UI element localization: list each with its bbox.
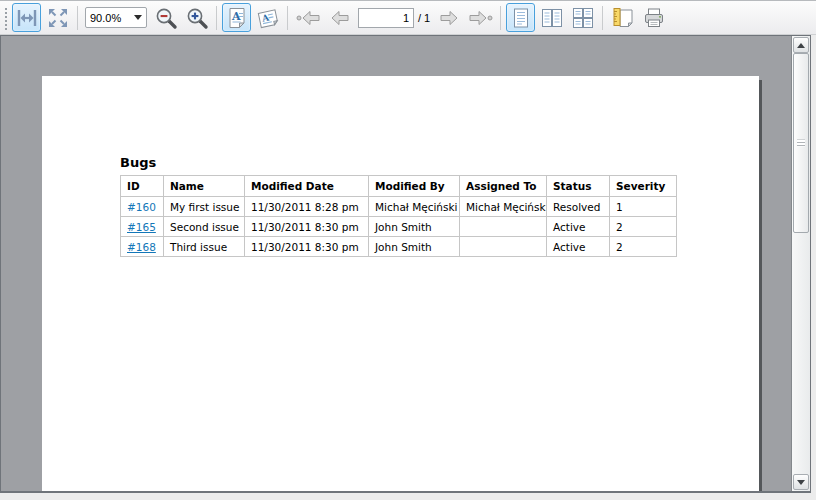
toolbar-separator — [602, 6, 603, 30]
toolbar-separator — [287, 6, 288, 30]
issue-assigned-to: Michał Męciński — [460, 197, 547, 217]
portrait-page-icon: A — [225, 6, 249, 30]
page-number-input[interactable] — [358, 8, 414, 28]
zoom-in-button[interactable] — [182, 3, 211, 32]
column-header-modified-date: Modified Date — [245, 176, 369, 197]
issue-status: Active — [547, 217, 610, 237]
column-header-assigned-to: Assigned To — [460, 176, 547, 197]
zoom-in-icon — [185, 6, 209, 30]
fit-width-icon — [15, 6, 39, 30]
zoom-out-button[interactable] — [151, 3, 180, 32]
toolbar-separator — [216, 6, 217, 30]
four-pages-layout-button[interactable] — [568, 3, 597, 32]
last-page-arrow-icon — [468, 6, 494, 30]
vertical-scrollbar[interactable] — [791, 36, 810, 491]
column-header-status: Status — [547, 176, 610, 197]
zoom-level-combobox[interactable]: 90.0% — [85, 7, 147, 28]
portrait-button[interactable]: A — [222, 3, 251, 32]
column-header-severity: Severity — [610, 176, 677, 197]
page-setup-button[interactable] — [608, 3, 637, 32]
print-button[interactable] — [639, 3, 668, 32]
issue-modified-by: John Smith — [369, 217, 460, 237]
zoom-out-icon — [154, 6, 178, 30]
fit-page-icon — [46, 6, 70, 30]
issue-link[interactable]: #165 — [127, 221, 156, 233]
scroll-up-arrow-icon — [797, 43, 805, 48]
issue-link[interactable]: #160 — [127, 201, 156, 213]
combo-dropdown-arrow-icon — [134, 15, 142, 20]
issue-name: Second issue — [164, 217, 245, 237]
landscape-button[interactable]: A — [253, 3, 282, 32]
issue-modified-date: 11/30/2011 8:30 pm — [245, 237, 369, 257]
zoom-level-value: 90.0% — [90, 12, 134, 24]
two-pages-layout-button[interactable] — [537, 3, 566, 32]
next-page-button[interactable] — [435, 3, 464, 32]
issue-severity: 2 — [610, 217, 677, 237]
issue-severity: 1 — [610, 197, 677, 217]
print-preview-area: Bugs ID Name Modified Date Modified By A… — [0, 35, 811, 493]
issue-assigned-to — [460, 237, 547, 257]
scrollbar-grip-icon — [797, 140, 805, 147]
preview-canvas: Bugs ID Name Modified Date Modified By A… — [1, 36, 791, 491]
column-header-modified-by: Modified By — [369, 176, 460, 197]
scroll-up-button[interactable] — [793, 37, 809, 53]
table-header-row: ID Name Modified Date Modified By Assign… — [121, 176, 677, 197]
page-setup-icon — [611, 6, 635, 30]
first-page-arrow-icon — [295, 6, 321, 30]
print-preview-toolbar: 90.0% A — [0, 0, 816, 35]
scroll-down-button[interactable] — [793, 474, 809, 490]
issue-assigned-to — [460, 217, 547, 237]
issue-link[interactable]: #168 — [127, 241, 156, 253]
issue-name: My first issue — [164, 197, 245, 217]
last-page-button[interactable] — [466, 3, 495, 32]
printer-icon — [642, 6, 666, 30]
report-title: Bugs — [120, 155, 677, 170]
four-pages-icon — [571, 6, 595, 30]
column-header-id: ID — [121, 176, 164, 197]
first-page-button[interactable] — [293, 3, 322, 32]
scrollbar-thumb[interactable] — [793, 53, 809, 233]
fit-page-button[interactable] — [43, 3, 72, 32]
previous-page-button[interactable] — [324, 3, 353, 32]
single-page-icon — [509, 6, 533, 30]
issue-modified-date: 11/30/2011 8:30 pm — [245, 217, 369, 237]
table-row: #160 My first issue 11/30/2011 8:28 pm M… — [121, 197, 677, 217]
bugs-table: ID Name Modified Date Modified By Assign… — [120, 175, 677, 257]
scroll-down-arrow-icon — [797, 480, 805, 485]
issue-severity: 2 — [610, 237, 677, 257]
issue-modified-by: Michał Męciński — [369, 197, 460, 217]
single-page-layout-button[interactable] — [506, 3, 535, 32]
issue-status: Resolved — [547, 197, 610, 217]
issue-status: Active — [547, 237, 610, 257]
toolbar-gripper[interactable] — [3, 6, 8, 30]
issue-modified-date: 11/30/2011 8:28 pm — [245, 197, 369, 217]
landscape-page-icon: A — [256, 6, 280, 30]
toolbar-separator — [500, 6, 501, 30]
table-row: #168 Third issue 11/30/2011 8:30 pm John… — [121, 237, 677, 257]
two-pages-icon — [540, 6, 564, 30]
previous-page-arrow-icon — [327, 6, 351, 30]
report-content: Bugs ID Name Modified Date Modified By A… — [120, 155, 677, 257]
column-header-name: Name — [164, 176, 245, 197]
next-page-arrow-icon — [438, 6, 462, 30]
preview-page: Bugs ID Name Modified Date Modified By A… — [42, 76, 759, 491]
fit-width-button[interactable] — [12, 3, 41, 32]
table-row: #165 Second issue 11/30/2011 8:30 pm Joh… — [121, 217, 677, 237]
toolbar-separator — [77, 6, 78, 30]
issue-name: Third issue — [164, 237, 245, 257]
page-total-label: / 1 — [418, 12, 430, 24]
issue-modified-by: John Smith — [369, 237, 460, 257]
